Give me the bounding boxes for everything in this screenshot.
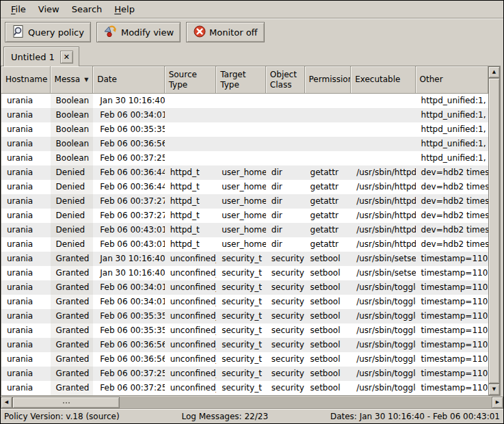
column-header-hostname[interactable]: Hostname <box>1 66 51 94</box>
table-row[interactable]: uraniaGrantedJan 30 10:16:40unconfined_s… <box>1 266 488 280</box>
scroll-up-button[interactable]: ▲ <box>488 66 500 78</box>
tab-untitled-1[interactable]: Untitled 1 ✕ <box>3 47 79 66</box>
table-row[interactable]: uraniaGrantedFeb 06 00:34:01unconfined_s… <box>1 295 488 309</box>
cell-date: Feb 06 00:37:27 <box>93 194 164 209</box>
cell-object-class: dir <box>266 180 305 194</box>
cell-messa: Boolean <box>51 122 94 137</box>
table-row[interactable]: uraniaDeniedFeb 06 00:43:01httpd_tuser_h… <box>1 223 488 237</box>
table-row[interactable]: uraniaGrantedFeb 06 00:37:25unconfined_s… <box>1 381 488 395</box>
menu-view[interactable]: View <box>32 2 66 16</box>
cell-object-class <box>266 94 305 108</box>
table-row[interactable]: uraniaGrantedFeb 06 00:36:56unconfined_s… <box>1 338 488 352</box>
cell-executable: /usr/sbin/httpd <box>351 194 415 209</box>
cell-executable: /usr/sbin/httpd <box>351 223 415 237</box>
table-row[interactable]: uraniaGrantedFeb 06 00:36:56unconfined_s… <box>1 352 488 367</box>
query-policy-icon <box>12 25 25 40</box>
cell-object-class <box>266 122 305 137</box>
arrow-up-icon: ▲ <box>492 70 496 75</box>
column-header-executable[interactable]: Executable <box>351 66 415 94</box>
cell-date: Feb 06 00:37:25 <box>93 367 164 381</box>
menu-file[interactable]: File <box>5 2 32 16</box>
cell-permission: setbool <box>305 280 352 295</box>
cell-target-type: security_t <box>216 266 266 280</box>
menu-search[interactable]: Search <box>66 2 109 16</box>
table-row[interactable]: uraniaDeniedFeb 06 00:37:27httpd_tuser_h… <box>1 194 488 209</box>
cell-other: dev=hdb2 timesta <box>416 223 488 237</box>
cell-messa: Denied <box>51 209 94 223</box>
column-header-messa[interactable]: Messa▼ <box>51 66 94 94</box>
cell-target-type: security_t <box>216 381 266 395</box>
table-row[interactable]: uraniaGrantedFeb 06 00:35:35unconfined_s… <box>1 309 488 323</box>
column-header-date[interactable]: Date <box>93 66 164 94</box>
table-row[interactable]: uraniaBooleanJan 30 10:16:40httpd_unifie… <box>1 94 488 108</box>
cell-permission: setbool <box>305 367 352 381</box>
table-row[interactable]: uraniaDeniedFeb 06 00:36:44httpd_tuser_h… <box>1 165 488 180</box>
modify-view-button[interactable]: Modify view <box>96 22 181 42</box>
cell-source-type: httpd_t <box>165 165 217 180</box>
column-header-object-class[interactable]: Object Class <box>266 66 305 94</box>
column-header-target-type[interactable]: Target Type <box>216 66 266 94</box>
tab-close-button[interactable]: ✕ <box>60 51 73 64</box>
cell-messa: Granted <box>51 338 94 352</box>
table-row[interactable]: uraniaDeniedFeb 06 00:43:01httpd_tuser_h… <box>1 237 488 252</box>
query-policy-button[interactable]: Query policy <box>5 22 91 42</box>
cell-date: Feb 06 00:36:56 <box>93 137 164 151</box>
cell-permission: setbool <box>305 309 352 323</box>
cell-executable: /usr/sbin/toggle <box>351 323 415 338</box>
cell-object-class: security <box>266 266 305 280</box>
scroll-right-button[interactable]: ▶ <box>492 397 503 408</box>
column-label: Object Class <box>270 70 303 90</box>
vertical-scrollbar[interactable]: ▲ ▼ <box>488 66 500 395</box>
scroll-left-button[interactable]: ◀ <box>1 397 12 408</box>
cell-hostname: urania <box>1 381 51 395</box>
column-header-source-type[interactable]: Source Type <box>165 66 217 94</box>
table-row[interactable]: uraniaGrantedFeb 06 00:34:01unconfined_s… <box>1 280 488 295</box>
cell-messa: Denied <box>51 237 94 252</box>
table-row[interactable]: uraniaGrantedFeb 06 00:37:25unconfined_s… <box>1 367 488 381</box>
table-row[interactable]: uraniaBooleanFeb 06 00:34:01httpd_unifie… <box>1 108 488 122</box>
table-row[interactable]: uraniaGrantedFeb 06 00:35:35unconfined_s… <box>1 323 488 338</box>
menu-help[interactable]: Help <box>108 2 141 16</box>
monitor-off-button[interactable]: Monitor off <box>186 22 264 42</box>
cell-source-type <box>165 122 217 137</box>
cell-target-type: security_t <box>216 323 266 338</box>
cell-executable: /usr/sbin/toggle <box>351 352 415 367</box>
column-header-other[interactable]: Other <box>416 66 488 94</box>
column-label: Other <box>420 75 443 84</box>
vertical-scroll-thumb[interactable] <box>488 78 500 384</box>
cell-object-class: dir <box>266 165 305 180</box>
table-row[interactable]: uraniaBooleanFeb 06 00:36:56httpd_unifie… <box>1 137 488 151</box>
cell-permission: getattr <box>305 209 352 223</box>
table-row[interactable]: uraniaBooleanFeb 06 00:35:35httpd_unifie… <box>1 122 488 137</box>
modify-view-label: Modify view <box>121 27 174 38</box>
column-header-permission[interactable]: Permission <box>305 66 352 94</box>
menu-view-label: View <box>38 4 59 14</box>
cell-executable: /usr/sbin/httpd <box>351 237 415 252</box>
horizontal-scroll-thumb[interactable] <box>12 397 120 408</box>
cell-other: httpd_unified:1, h <box>416 137 488 151</box>
cell-permission: setbool <box>305 252 352 266</box>
cell-other: timestamp=11076 <box>416 295 488 309</box>
cell-permission: setbool <box>305 381 352 395</box>
table-row[interactable]: uraniaDeniedFeb 06 00:36:44httpd_tuser_h… <box>1 180 488 194</box>
cell-messa: Granted <box>51 352 94 367</box>
table-row[interactable]: uraniaBooleanFeb 06 00:37:25httpd_unifie… <box>1 151 488 165</box>
scroll-down-button[interactable]: ▼ <box>488 384 500 395</box>
cell-messa: Granted <box>51 309 94 323</box>
cell-hostname: urania <box>1 252 51 266</box>
horizontal-scrollbar[interactable]: ◀ ▶ <box>1 397 503 408</box>
cell-date: Feb 06 00:36:44 <box>93 180 164 194</box>
table-row[interactable]: uraniaDeniedFeb 06 00:37:27httpd_tuser_h… <box>1 209 488 223</box>
status-policy-version: Policy Version: v.18 (source) <box>4 412 120 421</box>
column-label: Date <box>97 75 117 84</box>
cell-executable: /usr/sbin/httpd <box>351 180 415 194</box>
cell-source-type: httpd_t <box>165 223 217 237</box>
cell-permission <box>305 108 352 122</box>
column-label: Permission <box>309 75 352 84</box>
modify-view-icon <box>103 25 118 40</box>
tab-label: Untitled 1 <box>11 52 55 62</box>
table-row[interactable]: uraniaGrantedJan 30 10:16:40unconfined_s… <box>1 252 488 266</box>
cell-other: timestamp=11076 <box>416 338 488 352</box>
cell-executable <box>351 94 415 108</box>
cell-date: Feb 06 00:35:35 <box>93 323 164 338</box>
